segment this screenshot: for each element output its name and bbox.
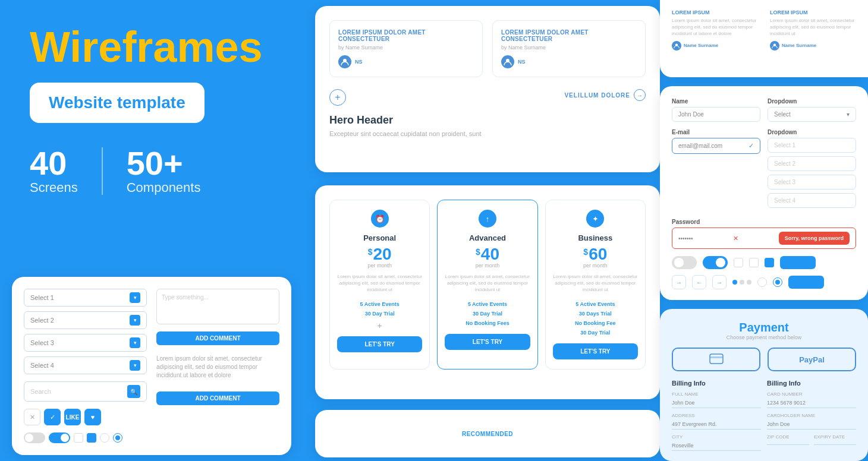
screens-stat: 40 Screens bbox=[30, 147, 78, 195]
price-cta-personal[interactable]: LET'S TRY bbox=[337, 336, 422, 352]
toggle-off-pill[interactable] bbox=[672, 256, 697, 269]
error-message: Sorry, wrong password bbox=[779, 232, 850, 245]
textarea-mock[interactable]: Type something... bbox=[156, 289, 279, 324]
billing-left: Billing Info FULL NAME John Doe ADDRESS … bbox=[672, 380, 761, 456]
like-button[interactable]: LIKE bbox=[64, 409, 81, 425]
form-blue-btn-2[interactable] bbox=[788, 276, 824, 289]
avatar-2 bbox=[501, 55, 514, 68]
stats-row: 40 Screens 50+ Components bbox=[30, 147, 273, 195]
toggle-off[interactable] bbox=[24, 432, 45, 443]
price-number-advanced: 40 bbox=[481, 246, 499, 263]
price-amount-business: $ 60 bbox=[553, 246, 638, 263]
add-button[interactable]: + bbox=[329, 89, 346, 106]
form-radio-2[interactable] bbox=[773, 277, 782, 287]
price-plus-1: + bbox=[337, 321, 422, 330]
nav-arrow-right-2[interactable]: → bbox=[712, 275, 727, 289]
dropdown1-field: Dropdown Select ▾ bbox=[768, 98, 856, 122]
zip-input[interactable] bbox=[767, 441, 809, 445]
select-item-3[interactable]: Select 3 ▾ bbox=[24, 334, 147, 352]
payment-method-card[interactable] bbox=[672, 348, 760, 371]
billing-section-title-left: Billing Info bbox=[672, 380, 761, 387]
nav-arrow-right[interactable]: → bbox=[672, 275, 686, 289]
password-input[interactable]: ••••••• ✕ Sorry, wrong password bbox=[672, 228, 856, 249]
payment-method-paypal[interactable]: PayPal bbox=[768, 348, 856, 371]
form-blue-btn-1[interactable] bbox=[780, 256, 816, 269]
full-name-input[interactable]: John Doe bbox=[672, 398, 761, 408]
expiry-input[interactable] bbox=[814, 441, 856, 445]
components-stat: 50+ Components bbox=[127, 147, 201, 195]
add-comment-button-2[interactable]: ADD COMMENT bbox=[156, 391, 279, 405]
card-number-input[interactable]: 1234 5678 9012 bbox=[767, 398, 856, 408]
stat-divider bbox=[102, 147, 103, 195]
city-input[interactable]: Roseville bbox=[672, 441, 761, 451]
radio-unchecked[interactable] bbox=[100, 433, 109, 443]
address-input[interactable]: 497 Evergreen Rd. bbox=[672, 419, 761, 430]
price-feature-2b: 30 Day Trial bbox=[445, 309, 530, 318]
heart-button[interactable]: ♥ bbox=[84, 409, 101, 425]
subtitle-text: Website template bbox=[49, 93, 185, 112]
select-label-3: Select 3 bbox=[30, 339, 54, 346]
form-email-dropdown-row: E-mail email@mail.com ✓ Dropdown Select … bbox=[672, 129, 856, 211]
checkbox-unchecked[interactable] bbox=[74, 433, 83, 443]
select-item-2[interactable]: Select 2 ▾ bbox=[24, 311, 147, 329]
dropdown2-option2[interactable]: Select 2 bbox=[768, 156, 856, 171]
dropdown2-option3[interactable]: Select 3 bbox=[768, 175, 856, 190]
plan-name-business: Business bbox=[553, 233, 638, 242]
price-number-personal: 20 bbox=[373, 246, 391, 263]
blog-card-1: LOREM IPSUM DOLOR AMET CONSECTETUER by N… bbox=[329, 20, 483, 77]
link-text: VELILLUM DOLORE bbox=[564, 92, 630, 99]
arrow-icon[interactable]: → bbox=[634, 89, 646, 101]
plan-name-personal: Personal bbox=[337, 233, 422, 242]
dollar-sign-2: $ bbox=[476, 247, 480, 257]
price-icon-personal: ⏰ bbox=[371, 210, 389, 228]
dropdown2-option4[interactable]: Select 4 bbox=[768, 193, 856, 208]
full-name-label: FULL NAME bbox=[672, 391, 761, 397]
paypal-logo: PayPal bbox=[799, 355, 825, 364]
price-feature-3b: 30 Days Trial bbox=[553, 309, 638, 318]
form-radio-1[interactable] bbox=[757, 277, 767, 287]
blog-list-desc-2: Lorem ipsum dolor sit amet, consectetur … bbox=[770, 17, 856, 37]
select-item-4[interactable]: Select 4 ▾ bbox=[24, 356, 147, 374]
x-button[interactable]: ✕ bbox=[24, 409, 40, 425]
email-input[interactable]: email@mail.com ✓ bbox=[672, 138, 760, 154]
price-cta-advanced[interactable]: LET'S TRY bbox=[445, 334, 530, 350]
blog-author-name-2: Name Surname bbox=[782, 43, 816, 48]
blog-card-2: LOREM IPSUM DOLOR AMET CONSECTETUER by N… bbox=[492, 20, 646, 77]
blog-list-author-1: Name Surname bbox=[672, 41, 758, 50]
form-checkbox-2[interactable] bbox=[749, 258, 759, 267]
toggle-on-pill[interactable] bbox=[703, 256, 728, 269]
check-button[interactable]: ✓ bbox=[44, 409, 61, 425]
blog-card-1-title: LOREM IPSUM DOLOR AMET CONSECTETUER bbox=[338, 29, 474, 42]
form-selects-col: Select 1 ▾ Select 2 ▾ Select 3 ▾ Select … bbox=[24, 289, 147, 443]
checkbox-checked[interactable] bbox=[87, 433, 96, 443]
cardholder-input[interactable]: John Doe bbox=[767, 419, 856, 430]
form-components: Select 1 ▾ Select 2 ▾ Select 3 ▾ Select … bbox=[24, 289, 279, 443]
expiry-label: EXPIRY DATE bbox=[814, 434, 856, 440]
price-amount-advanced: $ 40 bbox=[445, 246, 530, 263]
radio-checked[interactable] bbox=[113, 433, 122, 443]
password-clear-icon[interactable]: ✕ bbox=[733, 235, 738, 242]
price-icon-business: ✦ bbox=[586, 210, 604, 228]
price-desc-business: Lorem ipsum dolor sit amet, consectetur … bbox=[553, 273, 638, 293]
form-checkbox-1[interactable] bbox=[734, 258, 743, 267]
nav-arrow-left[interactable]: ← bbox=[692, 275, 706, 289]
center-top-card: LOREM IPSUM DOLOR AMET CONSECTETUER by N… bbox=[315, 6, 660, 172]
avatar-1 bbox=[338, 55, 351, 68]
lorem-text-display: Lorem ipsum dolor sit amet, consectetur … bbox=[156, 355, 279, 380]
email-field: E-mail email@mail.com ✓ bbox=[672, 129, 760, 211]
blog-cards-row: LOREM IPSUM DOLOR AMET CONSECTETUER by N… bbox=[329, 20, 646, 77]
bottom-left-card: Select 1 ▾ Select 2 ▾ Select 3 ▾ Select … bbox=[12, 277, 291, 455]
subtitle-badge: Website template bbox=[30, 83, 205, 123]
price-cta-business[interactable]: LET'S TRY bbox=[553, 343, 638, 359]
select-item-1[interactable]: Select 1 ▾ bbox=[24, 289, 147, 307]
add-comment-button[interactable]: ADD COMMENT bbox=[156, 331, 279, 345]
form-checkbox-3[interactable] bbox=[765, 258, 774, 267]
center-pricing-card: ⏰ Personal $ 20 per month Lorem ipsum do… bbox=[315, 185, 660, 399]
price-feature-3a: 5 Active Events bbox=[553, 299, 638, 309]
toggle-on[interactable] bbox=[49, 432, 70, 443]
blog-card-2-author: NS bbox=[501, 55, 637, 68]
search-button[interactable]: 🔍 bbox=[127, 385, 140, 398]
name-input[interactable]: John Doe bbox=[672, 107, 760, 122]
dropdown2-option1[interactable]: Select 1 bbox=[768, 138, 856, 153]
dropdown1-input[interactable]: Select ▾ bbox=[768, 107, 856, 122]
